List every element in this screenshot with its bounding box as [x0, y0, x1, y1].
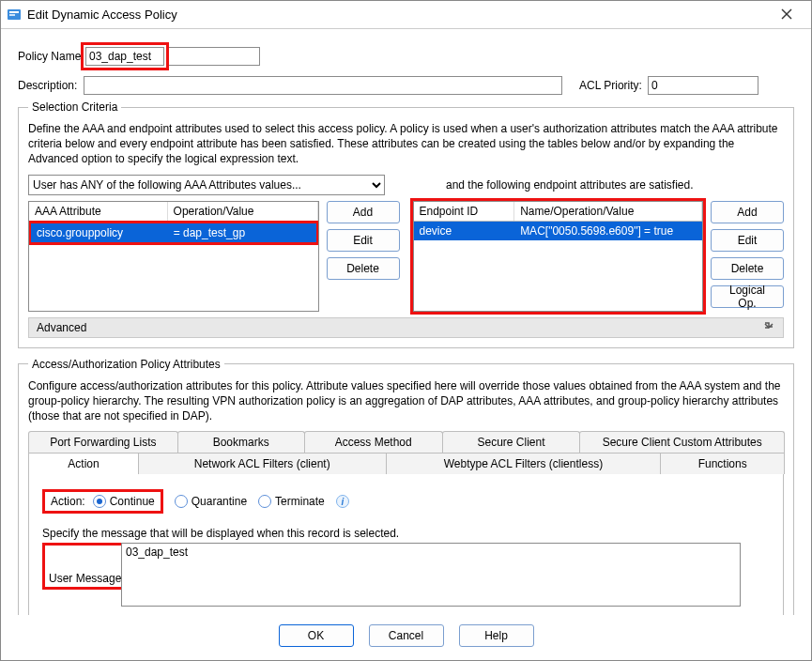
ep-row-val: MAC["0050.5698.e609"] = true: [514, 222, 702, 240]
endpoint-satisfied-label: and the following endpoint attributes ar…: [446, 178, 784, 192]
policy-name-input-ext[interactable]: [166, 47, 260, 66]
aaa-delete-button[interactable]: Delete: [327, 257, 400, 280]
radio-quarantine[interactable]: Quarantine: [175, 495, 247, 508]
tab-webtype-acl[interactable]: Webtype ACL Filters (clientless): [386, 453, 662, 474]
aaa-add-button[interactable]: Add: [327, 201, 400, 223]
radio-continue[interactable]: Continue: [93, 495, 155, 508]
acl-priority-input[interactable]: [648, 76, 758, 95]
ep-logical-button[interactable]: Logical Op.: [711, 285, 784, 308]
aaa-col-op: Operation/Value: [168, 202, 318, 221]
selection-criteria-group: Selection Criteria Define the AAA and en…: [18, 100, 794, 348]
svg-rect-1: [9, 11, 19, 13]
ep-row-id: device: [414, 222, 515, 240]
user-message-intro: Specify the message that will be display…: [42, 527, 770, 540]
aaa-edit-button[interactable]: Edit: [327, 229, 400, 252]
radio-icon: [93, 495, 106, 508]
selection-criteria-desc: Define the AAA and endpoint attributes u…: [28, 121, 784, 167]
access-policy-legend: Access/Authorization Policy Attributes: [28, 358, 224, 371]
ep-add-button[interactable]: Add: [711, 201, 784, 223]
ep-edit-button[interactable]: Edit: [711, 229, 784, 252]
tab-network-acl[interactable]: Network ACL Filters (client): [138, 453, 387, 474]
tab-action[interactable]: Action: [28, 453, 139, 474]
tab-secure-client[interactable]: Secure Client: [442, 431, 581, 453]
close-button[interactable]: [768, 7, 805, 23]
aaa-col-attr: AAA Attribute: [29, 202, 168, 221]
dialog-window: Edit Dynamic Access Policy Policy Name D…: [0, 0, 812, 661]
svg-rect-2: [9, 14, 15, 16]
help-button[interactable]: Help: [459, 624, 534, 647]
radio-icon: [175, 495, 188, 508]
description-label: Description:: [18, 79, 84, 92]
dialog-content: Policy Name Description: ACL Priority: S…: [1, 29, 811, 615]
window-title: Edit Dynamic Access Policy: [27, 8, 177, 22]
radio-terminate-label: Terminate: [275, 495, 325, 508]
user-message-input[interactable]: [121, 543, 741, 607]
aaa-row-op: = dap_test_gp: [168, 223, 316, 242]
acl-priority-label: ACL Priority:: [579, 79, 642, 92]
user-message-label: User Message:: [49, 547, 122, 585]
close-icon: [781, 8, 792, 20]
ep-col-val: Name/Operation/Value: [514, 202, 702, 221]
tab-port-forwarding[interactable]: Port Forwarding Lists: [28, 431, 178, 453]
radio-continue-label: Continue: [110, 495, 155, 508]
ok-button[interactable]: OK: [279, 624, 354, 647]
description-input[interactable]: [84, 76, 562, 95]
cancel-button[interactable]: Cancel: [369, 624, 444, 647]
advanced-label: Advanced: [37, 321, 86, 334]
tab-access-method[interactable]: Access Method: [304, 431, 443, 453]
tab-secure-client-custom[interactable]: Secure Client Custom Attributes: [579, 431, 785, 453]
aaa-attributes-table[interactable]: AAA Attribute Operation/Value cisco.grou…: [28, 201, 319, 312]
policy-name-label: Policy Name: [18, 50, 84, 63]
radio-icon: [258, 495, 271, 508]
endpoint-attributes-table[interactable]: Endpoint ID Name/Operation/Value device …: [413, 201, 704, 312]
radio-terminate[interactable]: Terminate: [258, 495, 325, 508]
aaa-match-combo[interactable]: User has ANY of the following AAA Attrib…: [28, 175, 385, 195]
radio-quarantine-label: Quarantine: [192, 495, 247, 508]
app-icon: [7, 8, 22, 23]
tab-bookmarks[interactable]: Bookmarks: [177, 431, 305, 453]
selection-criteria-legend: Selection Criteria: [28, 100, 121, 114]
chevron-down-icon: [762, 319, 775, 335]
action-label: Action:: [51, 495, 85, 508]
aaa-row-selected[interactable]: cisco.grouppolicy = dap_test_gp: [31, 223, 316, 242]
tab-panel-action: Action: Continue Quarantine: [29, 474, 783, 615]
titlebar: Edit Dynamic Access Policy: [1, 1, 811, 29]
advanced-expander[interactable]: Advanced: [28, 317, 784, 338]
access-policy-group: Access/Authorization Policy Attributes C…: [18, 358, 794, 615]
info-icon[interactable]: i: [336, 495, 349, 508]
aaa-row-attr: cisco.grouppolicy: [31, 223, 168, 242]
dialog-footer: OK Cancel Help: [1, 615, 811, 660]
ep-row-selected[interactable]: device MAC["0050.5698.e609"] = true: [414, 222, 703, 240]
ep-delete-button[interactable]: Delete: [711, 257, 784, 280]
tab-functions[interactable]: Functions: [660, 453, 785, 474]
policy-name-input[interactable]: [85, 47, 164, 66]
access-policy-desc: Configure access/authorization attribute…: [28, 378, 784, 424]
ep-col-id: Endpoint ID: [414, 202, 515, 221]
